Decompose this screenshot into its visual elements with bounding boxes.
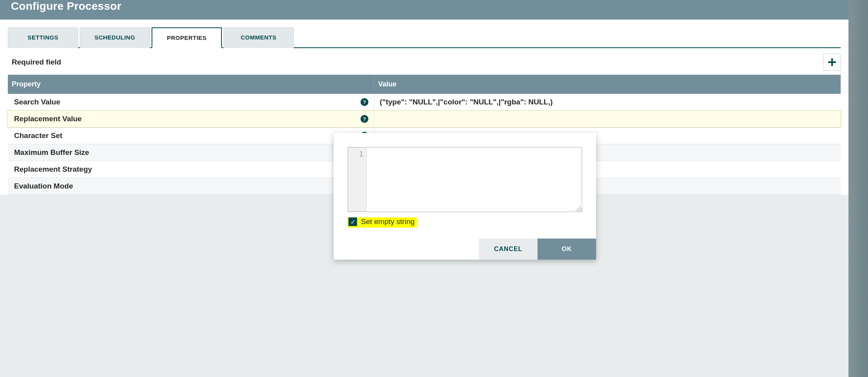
property-row[interactable]: Search Value?("type": "NULL",|"color": "… <box>8 94 841 111</box>
value-editor-body: 1 ✓ Set empty string <box>334 133 596 231</box>
property-name-label: Maximum Buffer Size <box>14 148 89 157</box>
plus-icon <box>828 58 836 66</box>
line-number: 1 <box>348 150 363 158</box>
cancel-button[interactable]: CANCEL <box>479 239 538 260</box>
property-name-cell: Replacement Strategy? <box>8 161 374 178</box>
code-editor: 1 <box>348 147 582 212</box>
column-header-value: Value <box>374 75 841 94</box>
code-gutter: 1 <box>348 147 367 212</box>
editor-footer: CANCEL OK <box>334 239 596 260</box>
property-name-cell: Character Set? <box>8 127 374 144</box>
page-right-shadow <box>848 0 868 377</box>
help-icon[interactable]: ? <box>361 115 368 123</box>
code-textarea[interactable] <box>367 147 582 212</box>
tab-scheduling[interactable]: SCHEDULING <box>80 27 150 48</box>
tab-comments[interactable]: COMMENTS <box>223 27 294 48</box>
tab-strip: SETTINGSSCHEDULINGPROPERTIESCOMMENTS <box>8 27 841 48</box>
property-name-label: Search Value <box>14 98 60 106</box>
set-empty-string-label: Set empty string <box>361 217 414 226</box>
required-field-row: Required field <box>0 48 848 75</box>
property-name-label: Replacement Value <box>14 115 82 123</box>
set-empty-string-option[interactable]: ✓ Set empty string <box>348 217 417 228</box>
check-icon: ✓ <box>350 218 355 226</box>
property-name-cell: Replacement Value? <box>8 111 374 127</box>
tab-strip-wrapper: SETTINGSSCHEDULINGPROPERTIESCOMMENTS <box>0 20 848 48</box>
tab-settings[interactable]: SETTINGS <box>8 27 78 48</box>
property-value-cell[interactable]: ("type": "NULL",|"color": "NULL",|"rgba"… <box>374 94 841 110</box>
set-empty-string-checkbox[interactable]: ✓ <box>348 217 357 226</box>
required-field-label: Required field <box>12 58 61 66</box>
dialog-header: Configure Processor <box>0 0 848 20</box>
property-row[interactable]: Replacement Value? <box>8 111 841 127</box>
property-value-cell[interactable] <box>374 111 841 127</box>
table-header-row: Property Value <box>8 75 841 94</box>
property-name-cell: Search Value? <box>8 94 374 110</box>
value-editor-popup: 1 ✓ Set empty string CANCEL OK <box>334 133 596 260</box>
svg-rect-1 <box>828 61 836 63</box>
ok-button[interactable]: OK <box>538 239 596 260</box>
property-name-label: Replacement Strategy <box>14 165 92 174</box>
column-header-property: Property <box>8 75 374 94</box>
dialog-title: Configure Processor <box>11 0 838 13</box>
help-icon[interactable]: ? <box>361 98 368 106</box>
property-name-cell: Maximum Buffer Size? <box>8 144 374 161</box>
tab-properties[interactable]: PROPERTIES <box>152 27 222 48</box>
property-name-label: Character Set <box>14 131 63 140</box>
property-name-cell: Evaluation Mode? <box>8 178 374 194</box>
property-name-label: Evaluation Mode <box>14 182 73 190</box>
add-property-button[interactable] <box>823 54 841 71</box>
